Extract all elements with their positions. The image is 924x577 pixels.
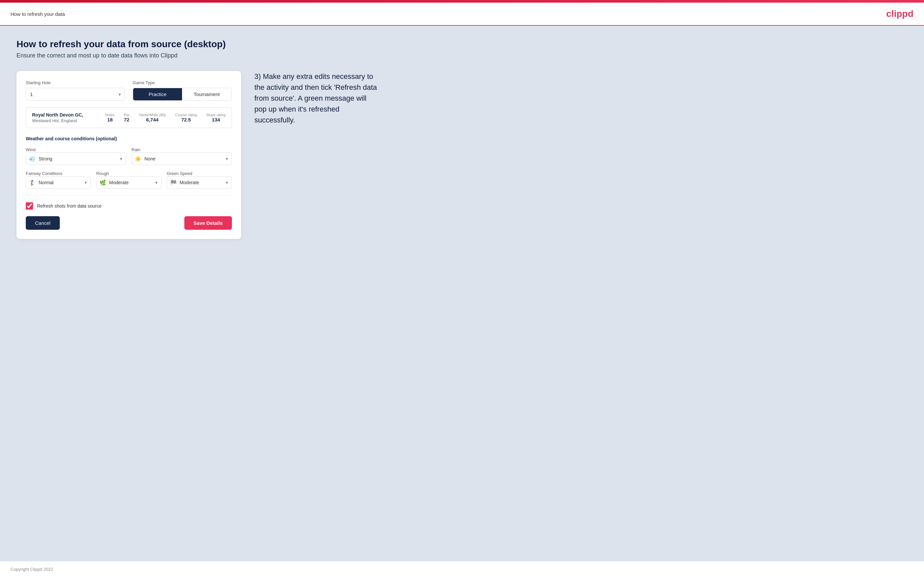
starting-hole-select[interactable]: 1 10: [26, 88, 125, 101]
header-title: How to refresh your data: [11, 11, 65, 17]
footer-text: Copyright Clippd 2022: [11, 567, 53, 572]
starting-hole-select-wrapper: 1 10 ▾: [26, 88, 125, 101]
stat-par: Par 72: [124, 113, 129, 122]
page-subtitle: Ensure the correct and most up to date d…: [16, 52, 908, 59]
course-stats: Holes 18 Par 72 Yards/White (M)) 6,744 C…: [105, 113, 226, 122]
course-location: Westward Hol, England: [32, 118, 83, 123]
stat-holes: Holes 18: [105, 113, 115, 122]
top-form-row: Starting Hole 1 10 ▾ Game Type Practice …: [26, 80, 232, 101]
game-type-group: Game Type Practice Tournament: [133, 80, 232, 101]
logo: clippd: [886, 8, 913, 19]
green-speed-label: Green Speed: [167, 171, 192, 176]
stat-course-rating: Course rating 72.5: [175, 113, 197, 122]
slope-rating-value: 134: [212, 117, 220, 122]
stat-yards: Yards/White (M)) 6,744: [139, 113, 166, 122]
conditions-section-title: Weather and course conditions (optional): [26, 136, 232, 141]
tournament-button[interactable]: Tournament: [182, 88, 231, 100]
fairway-label: Fairway Conditions: [26, 171, 63, 176]
starting-hole-label: Starting Hole: [26, 80, 125, 85]
button-row: Cancel Save Details: [26, 216, 232, 230]
rough-select-wrapper: 🌿 Moderate Light Heavy ▾: [96, 176, 161, 189]
course-rating-label: Course rating: [175, 113, 197, 117]
rough-group: Rough 🌿 Moderate Light Heavy ▾: [96, 170, 161, 189]
wind-label: Wind: [26, 147, 36, 152]
instruction-paragraph: 3) Make any extra edits necessary to the…: [254, 71, 380, 126]
yards-value: 6,744: [146, 117, 158, 122]
rough-select[interactable]: Moderate Light Heavy: [96, 176, 161, 189]
save-details-button[interactable]: Save Details: [184, 216, 232, 230]
green-speed-select-wrapper: 🏁 Moderate Slow Fast ▾: [167, 176, 232, 189]
refresh-checkbox[interactable]: [26, 202, 33, 210]
practice-button[interactable]: Practice: [133, 88, 183, 100]
checkbox-row: Refresh shots from data source: [26, 202, 232, 210]
green-speed-select[interactable]: Moderate Slow Fast: [167, 176, 232, 189]
rain-select-wrapper: ☀️ None Light Heavy ▾: [131, 153, 232, 165]
refresh-checkbox-label: Refresh shots from data source: [37, 203, 102, 209]
course-name: Royal North Devon GC,: [32, 112, 83, 118]
fairway-select[interactable]: Normal Soft Hard: [26, 176, 91, 189]
rain-group: Rain ☀️ None Light Heavy ▾: [131, 147, 232, 165]
page-title: How to refresh your data from source (de…: [16, 39, 908, 50]
top-bar: [0, 0, 924, 3]
yards-label: Yards/White (M)): [139, 113, 166, 117]
rain-select[interactable]: None Light Heavy: [131, 153, 232, 165]
game-type-label: Game Type: [133, 80, 232, 85]
course-details: Royal North Devon GC, Westward Hol, Engl…: [32, 112, 83, 123]
conditions-row-2: Fairway Conditions 🏌️ Normal Soft Hard ▾…: [26, 170, 232, 189]
par-value: 72: [124, 117, 129, 122]
wind-select-wrapper: 💨 Strong Light None ▾: [26, 153, 126, 165]
par-label: Par: [124, 113, 129, 117]
divider: [26, 195, 232, 196]
footer: Copyright Clippd 2022: [0, 561, 924, 577]
course-info-box: Royal North Devon GC, Westward Hol, Engl…: [26, 107, 232, 128]
fairway-group: Fairway Conditions 🏌️ Normal Soft Hard ▾: [26, 170, 91, 189]
content-area: Starting Hole 1 10 ▾ Game Type Practice …: [16, 71, 908, 239]
wind-rain-row: Wind 💨 Strong Light None ▾ Rain ☀️: [26, 147, 232, 165]
green-speed-group: Green Speed 🏁 Moderate Slow Fast ▾: [167, 170, 232, 189]
wind-select[interactable]: Strong Light None: [26, 153, 126, 165]
holes-value: 18: [107, 117, 113, 122]
fairway-select-wrapper: 🏌️ Normal Soft Hard ▾: [26, 176, 91, 189]
game-type-buttons: Practice Tournament: [133, 88, 232, 101]
starting-hole-group: Starting Hole 1 10 ▾: [26, 80, 125, 101]
cancel-button[interactable]: Cancel: [26, 216, 60, 230]
course-rating-value: 72.5: [181, 117, 191, 122]
instruction-text: 3) Make any extra edits necessary to the…: [254, 71, 380, 126]
holes-label: Holes: [105, 113, 115, 117]
main-content: How to refresh your data from source (de…: [0, 26, 924, 561]
form-card: Starting Hole 1 10 ▾ Game Type Practice …: [16, 71, 241, 239]
stat-slope-rating: Slope rating 134: [206, 113, 226, 122]
wind-group: Wind 💨 Strong Light None ▾: [26, 147, 126, 165]
slope-rating-label: Slope rating: [206, 113, 226, 117]
header: How to refresh your data clippd: [0, 3, 924, 26]
rain-label: Rain: [131, 147, 141, 152]
rough-label: Rough: [96, 171, 109, 176]
